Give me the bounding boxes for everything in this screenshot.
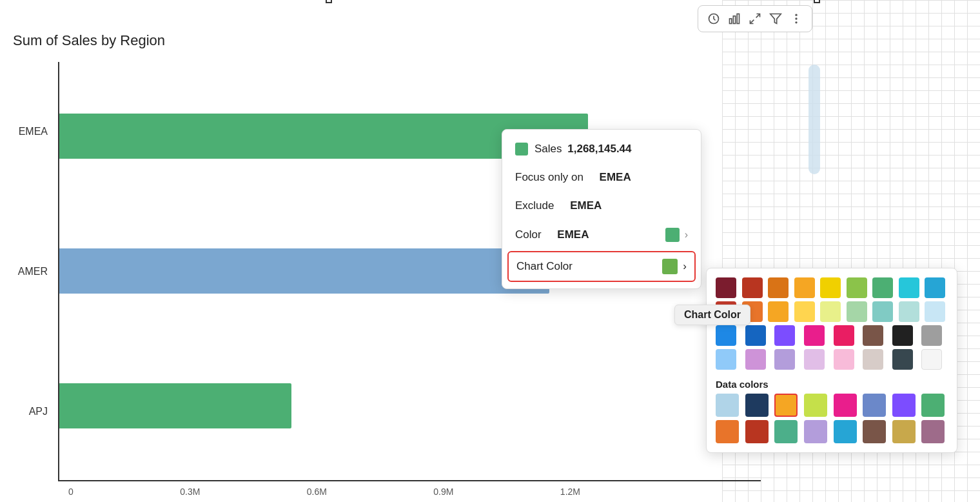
bar-apj[interactable] — [59, 383, 291, 428]
svg-rect-3 — [737, 14, 739, 24]
data-color-15[interactable] — [892, 420, 916, 443]
chart-toolbar — [698, 5, 812, 32]
menu-item-color[interactable]: Color EMEA › — [502, 220, 701, 250]
data-color-1[interactable] — [716, 394, 739, 417]
color-swatch-lightyellow[interactable] — [820, 301, 841, 322]
color-swatch-palepink[interactable] — [834, 349, 854, 370]
color-row-1 — [716, 277, 948, 298]
color-swatch-lightblue2[interactable] — [716, 349, 736, 370]
sales-color-swatch — [515, 143, 528, 156]
chart-color-label: Chart Color — [516, 260, 573, 273]
scroll-indicator[interactable] — [808, 65, 820, 174]
data-color-12[interactable] — [804, 420, 827, 443]
svg-marker-6 — [770, 14, 781, 24]
data-color-5[interactable] — [834, 394, 857, 417]
color-swatch-black[interactable] — [892, 325, 913, 346]
color-swatch-lavender[interactable] — [745, 349, 766, 370]
color-swatch-brown[interactable] — [863, 325, 883, 346]
data-color-14[interactable] — [863, 420, 886, 443]
clock-icon[interactable] — [705, 10, 723, 28]
svg-point-8 — [795, 17, 797, 19]
data-color-9[interactable] — [716, 420, 739, 443]
data-color-8[interactable] — [921, 394, 945, 417]
color-swatch-lightgreen[interactable] — [847, 301, 867, 322]
color-row-2 — [716, 301, 948, 322]
menu-item-focus[interactable]: Focus only on EMEA — [502, 163, 701, 192]
context-menu: Sales 1,268,145.44 Focus only on EMEA Ex… — [502, 129, 701, 289]
color-swatch-yellow2[interactable] — [794, 301, 815, 322]
menu-item-chart-color[interactable]: Chart Color › — [507, 251, 696, 282]
menu-item-exclude[interactable]: Exclude EMEA — [502, 192, 701, 220]
color-swatch-blue[interactable] — [716, 325, 736, 346]
resize-handle-tl[interactable] — [326, 0, 332, 3]
color-swatch-white[interactable] — [921, 349, 942, 370]
color-swatch-darkred[interactable] — [716, 277, 736, 298]
color-swatch-lime[interactable] — [847, 277, 867, 298]
bar-row-apj — [59, 377, 761, 435]
data-color-10[interactable] — [745, 420, 769, 443]
y-axis: EMEA AMER APJ — [13, 62, 58, 481]
data-colors-row1 — [716, 394, 948, 417]
color-swatch-amber2[interactable] — [768, 301, 789, 322]
svg-point-9 — [795, 21, 797, 23]
color-swatch-yellow[interactable] — [820, 277, 841, 298]
color-swatch-pink[interactable] — [834, 325, 854, 346]
color-swatch-hotpink[interactable] — [804, 325, 825, 346]
chart-icon[interactable] — [725, 10, 743, 28]
color-swatch-cyan[interactable] — [899, 277, 919, 298]
color-swatch-gray[interactable] — [921, 325, 942, 346]
filter-icon[interactable] — [767, 10, 785, 28]
color-swatch-green[interactable] — [872, 277, 893, 298]
color-swatch-lightblue[interactable] — [925, 277, 945, 298]
color-swatch-darkslate[interactable] — [892, 349, 913, 370]
color-swatch-palepurple[interactable] — [804, 349, 825, 370]
color-row-4 — [716, 349, 948, 370]
chart-title: Sum of Sales by Region — [13, 32, 761, 49]
color-row-3 — [716, 325, 948, 346]
color-label: Color — [515, 228, 542, 241]
data-color-16[interactable] — [921, 420, 945, 443]
chart-color-swatch — [662, 259, 678, 274]
data-color-13[interactable] — [834, 420, 857, 443]
x-label-09m: 0.9M — [433, 487, 453, 497]
data-color-3-selected[interactable] — [774, 394, 798, 417]
color-swatch-red[interactable] — [742, 277, 763, 298]
data-color-11[interactable] — [774, 420, 798, 443]
bar-amer[interactable] — [59, 248, 549, 294]
data-colors-row2 — [716, 420, 948, 443]
color-swatch-teal[interactable] — [872, 301, 893, 322]
color-swatch-orange[interactable] — [768, 277, 789, 298]
menu-item-sales: Sales 1,268,145.44 — [502, 135, 701, 163]
data-colors-label: Data colors — [716, 379, 948, 390]
color-swatch-lightpurple[interactable] — [774, 349, 795, 370]
color-swatch-amber[interactable] — [794, 277, 815, 298]
svg-line-4 — [756, 14, 760, 18]
chart-color-tooltip: Chart Color — [674, 305, 750, 325]
x-label-0: 0 — [68, 487, 74, 497]
color-swatch-tan[interactable] — [863, 349, 883, 370]
svg-rect-2 — [733, 16, 735, 24]
svg-rect-1 — [730, 19, 732, 24]
data-color-6[interactable] — [863, 394, 886, 417]
color-arrow-icon: › — [685, 229, 688, 241]
color-swatch-darkblue[interactable] — [745, 325, 766, 346]
x-label-03m: 0.3M — [180, 487, 200, 497]
y-label-apj: APJ — [13, 341, 48, 481]
resize-handle-tr[interactable] — [814, 0, 820, 3]
color-swatch-purple[interactable] — [774, 325, 795, 346]
color-panel: Data colors — [706, 268, 957, 453]
more-icon[interactable] — [787, 10, 805, 28]
expand-icon[interactable] — [746, 10, 764, 28]
color-swatch-paleblue[interactable] — [925, 301, 945, 322]
sales-value: 1,268,145.44 — [567, 143, 631, 155]
data-color-2[interactable] — [745, 394, 769, 417]
color-swatch-lightteal[interactable] — [899, 301, 919, 322]
color-emea-swatch — [665, 228, 680, 242]
chart-color-arrow-icon: › — [683, 260, 687, 273]
data-color-7[interactable] — [892, 394, 916, 417]
data-color-4[interactable] — [804, 394, 827, 417]
svg-line-5 — [750, 20, 754, 24]
x-label-06m: 0.6M — [307, 487, 327, 497]
main-area: Sum of Sales by Region EMEA AMER APJ — [0, 0, 980, 502]
sales-text: Sales 1,268,145.44 — [534, 143, 688, 156]
